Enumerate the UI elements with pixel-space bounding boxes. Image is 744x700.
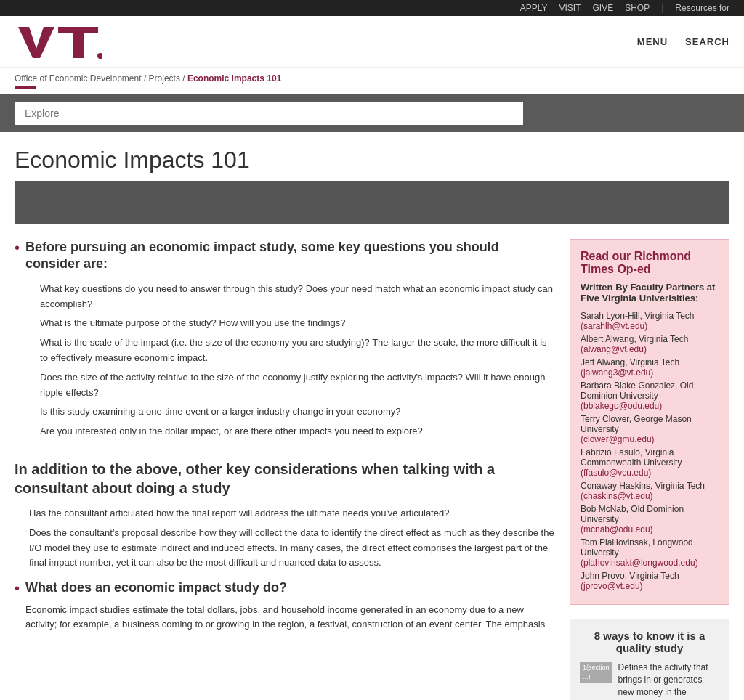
- content-area: • Before pursuing an economic impact stu…: [15, 239, 555, 700]
- email-4[interactable]: (clower@gmu.edu): [581, 434, 655, 444]
- sub-item-2-1: Does the consultant's proposal describe …: [29, 526, 555, 571]
- search-button[interactable]: SEARCH: [685, 36, 729, 47]
- quality-label-0: 1(section ...): [580, 662, 612, 683]
- bullet-icon-2: •: [15, 579, 20, 597]
- main-layout: • Before pursuing an economic impact stu…: [0, 224, 744, 700]
- header-nav: MENU SEARCH: [637, 36, 729, 47]
- person-3: Barbara Blake Gonzalez, Old Dominion Uni…: [581, 380, 719, 411]
- site-header: MENU SEARCH: [0, 16, 744, 68]
- person-9: John Provo, Virginia Tech (jprovo@vt.edu…: [581, 571, 719, 591]
- main-list: • Before pursuing an economic impact stu…: [15, 239, 555, 448]
- menu-button[interactable]: MENU: [637, 36, 668, 47]
- sub-list-1: What key questions do you need to answer…: [40, 282, 555, 439]
- section2-heading: In addition to the above, other key cons…: [15, 460, 555, 497]
- email-7[interactable]: (mcnab@odu.edu): [581, 524, 653, 534]
- person-6: Conaway Haskins, Virginia Tech (chaskins…: [581, 481, 719, 501]
- breadcrumb-sep1: /: [144, 73, 149, 84]
- oped-title: Read our Richmond Times Op-ed: [581, 250, 719, 276]
- bullet2-body: Economic impact studies estimate the tot…: [25, 603, 555, 633]
- sub-item-2-0: Has the consultant articulated how the f…: [29, 506, 555, 521]
- explore-input[interactable]: [15, 102, 523, 125]
- sub-item-1-0: What key questions do you need to answer…: [40, 282, 555, 312]
- give-link[interactable]: GIVE: [592, 3, 613, 13]
- sub-item-1-3: Does the size of the activity relative t…: [40, 370, 555, 401]
- vt-logo-svg: [15, 23, 102, 60]
- email-8[interactable]: (plahovinsakt@longwood.edu): [581, 558, 698, 568]
- email-5[interactable]: (ffasulo@vcu.edu): [581, 468, 651, 478]
- person-1: Albert Alwang, Virginia Tech (alwang@vt.…: [581, 334, 719, 354]
- sub-item-1-5: Are you interested only in the dollar im…: [40, 424, 555, 439]
- oped-subtitle: Written By Faculty Partners at Five Virg…: [581, 282, 719, 304]
- breadcrumb-current: Economic Impacts 101: [187, 73, 281, 84]
- email-3[interactable]: (bblakego@odu.edu): [581, 401, 662, 411]
- person-5: Fabrizio Fasulo, Virginia Commonwealth U…: [581, 447, 719, 478]
- person-7: Bob McNab, Old Dominion University (mcna…: [581, 504, 719, 534]
- sub-item-1-4: Is this study examining a one-time event…: [40, 404, 555, 420]
- list-item-2: • What does an economic impact study do?…: [15, 579, 555, 632]
- site-logo[interactable]: [15, 23, 102, 60]
- svg-marker-0: [18, 27, 54, 58]
- breadcrumb-projects[interactable]: Projects: [149, 73, 180, 84]
- sidebar: Read our Richmond Times Op-ed Written By…: [570, 239, 729, 700]
- person-4: Terry Clower, George Mason University (c…: [581, 414, 719, 444]
- email-6[interactable]: (chaskins@vt.edu): [581, 491, 653, 501]
- visit-link[interactable]: VISIT: [559, 3, 581, 13]
- shop-link[interactable]: SHOP: [625, 3, 650, 13]
- bullet-heading-1: Before pursuing an economic impact study…: [25, 239, 555, 273]
- quality-box: 8 ways to know it is a quality study 1(s…: [570, 619, 729, 700]
- nav-divider: |: [661, 3, 663, 13]
- explore-bar: [0, 94, 744, 132]
- sub-list-2: Has the consultant articulated how the f…: [29, 506, 555, 571]
- person-2: Jeff Alwang, Virginia Tech (jalwang3@vt.…: [581, 357, 719, 378]
- quality-title: 8 ways to know it is a quality study: [580, 630, 719, 654]
- sub-item-1-1: What is the ultimate purpose of the stud…: [40, 316, 555, 331]
- quality-item-0: 1(section ...) Defines the activity that…: [580, 662, 719, 700]
- email-2[interactable]: (jalwang3@vt.edu): [581, 367, 653, 378]
- page-title: Economic Impacts 101: [15, 147, 729, 174]
- breadcrumb-accent: [15, 86, 36, 89]
- email-9[interactable]: (jprovo@vt.edu): [581, 581, 643, 591]
- person-0: Sarah Lyon-Hill, Virginia Tech (sarahlh@…: [581, 311, 719, 331]
- sub-item-1-2: What is the scale of the impact (i.e. th…: [40, 335, 555, 366]
- svg-rect-1: [58, 27, 98, 33]
- email-0[interactable]: (sarahlh@vt.edu): [581, 321, 647, 331]
- bullet-heading-2: What does an economic impact study do?: [25, 579, 555, 596]
- breadcrumb: Office of Economic Development / Project…: [0, 68, 744, 84]
- bullet-icon-1: •: [15, 239, 20, 256]
- email-1[interactable]: (alwang@vt.edu): [581, 344, 647, 354]
- bullet-content-1: Before pursuing an economic impact study…: [25, 239, 555, 448]
- top-bar: APPLY VISIT GIVE SHOP | Resources for: [0, 0, 744, 16]
- breadcrumb-home[interactable]: Office of Economic Development: [15, 73, 142, 84]
- svg-point-3: [97, 53, 102, 59]
- resources-link[interactable]: Resources for: [675, 3, 729, 13]
- page-title-area: Economic Impacts 101: [0, 132, 744, 181]
- quality-text-0: Defines the activity that brings in or g…: [618, 662, 719, 700]
- svg-rect-2: [73, 33, 84, 58]
- list-item-1: • Before pursuing an economic impact stu…: [15, 239, 555, 448]
- gray-banner: [15, 181, 729, 224]
- oped-box: Read our Richmond Times Op-ed Written By…: [570, 239, 729, 605]
- breadcrumb-sep2: /: [182, 73, 187, 84]
- apply-link[interactable]: APPLY: [520, 3, 548, 13]
- person-8: Tom PlaHovinsak, Longwood University (pl…: [581, 537, 719, 568]
- bullet-content-2: What does an economic impact study do? E…: [25, 579, 555, 632]
- main-list-2: • What does an economic impact study do?…: [15, 579, 555, 632]
